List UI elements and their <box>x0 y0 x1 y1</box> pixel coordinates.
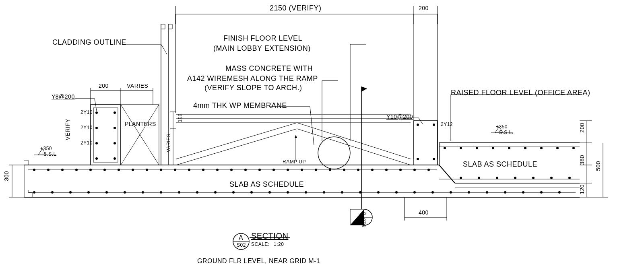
svg-point-64 <box>301 169 303 171</box>
svg-point-114 <box>478 177 480 179</box>
svg-point-84 <box>214 191 217 194</box>
svg-point-89 <box>305 191 307 194</box>
svg-point-100 <box>504 191 506 194</box>
svg-point-48 <box>75 169 78 171</box>
svg-point-88 <box>287 191 289 194</box>
dim-120-right: 120 <box>579 184 585 194</box>
svg-point-119 <box>568 177 571 179</box>
svg-point-94 <box>395 191 398 194</box>
svg-point-128 <box>433 158 435 160</box>
svg-point-17 <box>95 111 98 114</box>
svg-line-147 <box>161 44 167 54</box>
svg-point-103 <box>558 191 561 194</box>
dim-200-right: 200 <box>579 123 585 133</box>
svg-point-107 <box>492 147 494 149</box>
note-raised: RAISED FLOOR LEVEL (OFFICE AREA) <box>451 89 590 97</box>
note-slab1: SLAB AS SCHEDULE <box>229 180 304 189</box>
marker-b: B <box>361 212 367 215</box>
svg-point-18 <box>114 111 116 114</box>
title-name: SECTION <box>251 231 288 241</box>
svg-point-23 <box>95 157 98 160</box>
svg-point-125 <box>417 124 419 126</box>
note-mass2: A142 WIREMESH ALONG THE RAMP <box>187 74 318 83</box>
note-finish2: (MAIN LOBBY EXTENSION) <box>213 44 311 53</box>
svg-point-46 <box>47 169 50 171</box>
svg-point-45 <box>33 169 35 171</box>
title-sheet: S02 <box>237 242 246 248</box>
svg-point-104 <box>444 147 446 149</box>
svg-point-52 <box>132 169 134 171</box>
svg-point-85 <box>232 191 235 194</box>
svg-point-106 <box>476 147 478 149</box>
note-verify-vert: VERIFY <box>64 119 71 140</box>
svg-point-112 <box>572 147 575 149</box>
dim-100-vert: 100 <box>177 113 183 122</box>
svg-point-108 <box>508 147 510 149</box>
note-mass1: MASS CONCRETE WITH <box>225 64 313 73</box>
svg-point-63 <box>287 169 289 171</box>
svg-point-77 <box>87 191 90 194</box>
rebar-2y10-a: 2Y10 <box>80 109 93 115</box>
svg-line-38 <box>439 165 455 183</box>
title-letter: A <box>239 234 243 241</box>
dim-200-left: 200 <box>99 82 109 89</box>
svg-point-111 <box>556 147 559 149</box>
svg-point-58 <box>216 169 219 171</box>
svg-point-47 <box>61 169 64 171</box>
svg-point-118 <box>550 177 553 179</box>
title-scale-val: 1:20 <box>274 241 284 247</box>
rebar-y8: Y8@200 <box>52 93 75 100</box>
svg-rect-15 <box>91 105 121 165</box>
svg-point-60 <box>244 169 247 171</box>
svg-point-93 <box>377 191 380 194</box>
svg-point-127 <box>417 158 419 160</box>
marker-s28: S28 <box>361 218 367 227</box>
svg-point-79 <box>124 191 126 194</box>
svg-point-74 <box>33 191 35 194</box>
svg-point-90 <box>323 191 325 194</box>
svg-point-65 <box>315 169 317 171</box>
rebar-2y12: 2Y12 <box>441 122 453 127</box>
ssl-350-left: +350 <box>40 146 52 151</box>
svg-point-80 <box>142 191 144 194</box>
svg-point-78 <box>105 191 108 194</box>
svg-point-69 <box>371 169 374 171</box>
svg-point-99 <box>486 191 488 194</box>
svg-point-102 <box>540 191 543 194</box>
svg-point-73 <box>427 169 430 171</box>
svg-point-22 <box>114 142 116 144</box>
svg-point-53 <box>146 169 148 171</box>
svg-point-92 <box>359 191 361 194</box>
svg-point-49 <box>89 169 92 171</box>
ssl-left: S.S.L. <box>43 151 58 157</box>
dim-200-top: 200 <box>419 5 429 11</box>
dim-400-bottom: 400 <box>419 209 429 216</box>
svg-point-70 <box>385 169 388 171</box>
note-finish1: FINISH FLOOR LEVEL <box>223 34 302 43</box>
svg-point-75 <box>51 191 54 194</box>
svg-point-72 <box>413 169 416 171</box>
svg-point-115 <box>496 177 498 179</box>
svg-point-67 <box>343 169 345 171</box>
svg-point-68 <box>357 169 359 171</box>
title-subtitle: GROUND FLR LEVEL, NEAR GRID M-1 <box>197 258 320 265</box>
svg-point-101 <box>522 191 524 194</box>
svg-point-81 <box>160 191 162 194</box>
svg-point-61 <box>258 169 261 171</box>
svg-point-123 <box>318 137 350 169</box>
svg-point-116 <box>514 177 516 179</box>
dim-2150: 2150 (VERIFY) <box>270 4 322 12</box>
svg-point-91 <box>341 191 343 194</box>
svg-point-55 <box>174 169 176 171</box>
rebar-y10: Y10@200 <box>386 113 413 120</box>
svg-point-62 <box>272 169 275 171</box>
rebar-2y10-c: 2Y10 <box>80 140 93 146</box>
svg-point-54 <box>160 169 162 171</box>
svg-point-82 <box>178 191 180 194</box>
svg-point-71 <box>399 169 402 171</box>
svg-point-109 <box>524 147 526 149</box>
note-mass3: (VERIFY SLOPE TO ARCH.) <box>204 84 302 92</box>
svg-point-56 <box>188 169 190 171</box>
svg-point-51 <box>118 169 120 171</box>
title-scale-lbl: SCALE: <box>251 241 270 247</box>
